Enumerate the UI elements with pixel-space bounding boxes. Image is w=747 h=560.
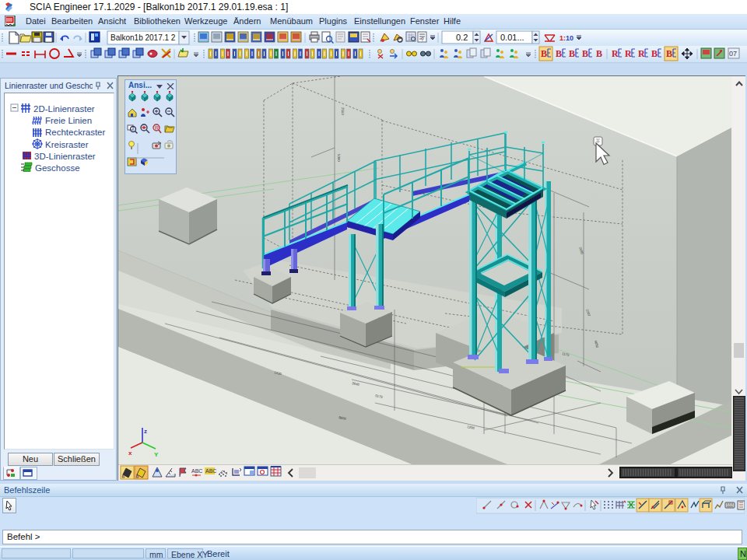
svg-text:B: B	[569, 48, 575, 59]
svg-text:2D-Linienraster: 2D-Linienraster	[33, 104, 95, 114]
svg-text:x: x	[128, 450, 132, 457]
svg-text:07: 07	[729, 50, 737, 58]
svg-text:Freie Linien: Freie Linien	[45, 116, 92, 125]
svg-text:0.01...: 0.01...	[500, 33, 524, 42]
svg-text:R: R	[625, 48, 632, 59]
svg-text:R: R	[612, 48, 619, 59]
svg-text:Kreisraster: Kreisraster	[45, 140, 89, 149]
svg-text:B: B	[651, 48, 658, 59]
svg-text:z: z	[144, 428, 147, 435]
svg-text:1:: 1:	[559, 34, 566, 42]
svg-text:Rechteckraster: Rechteckraster	[45, 128, 106, 137]
svg-text:ABC: ABC	[191, 468, 202, 474]
svg-text:3D-Linienraster: 3D-Linienraster	[34, 152, 96, 161]
svg-text:ABC: ABC	[205, 468, 216, 474]
svg-text:Y: Y	[154, 451, 159, 458]
svg-text:B: B	[541, 48, 547, 59]
svg-text:B: B	[556, 48, 562, 59]
svg-text:?: ?	[421, 37, 424, 42]
svg-text:R: R	[155, 125, 159, 131]
svg-text:B: B	[596, 48, 602, 59]
svg-text:B: B	[582, 48, 588, 59]
svg-text:Balkon1b 2017.1 2: Balkon1b 2017.1 2	[110, 33, 176, 42]
svg-text:Geschosse: Geschosse	[35, 163, 80, 173]
svg-text:0.2: 0.2	[456, 33, 468, 42]
svg-text:B: B	[666, 48, 672, 59]
svg-text:R: R	[638, 48, 645, 59]
svg-text:10: 10	[566, 34, 573, 42]
